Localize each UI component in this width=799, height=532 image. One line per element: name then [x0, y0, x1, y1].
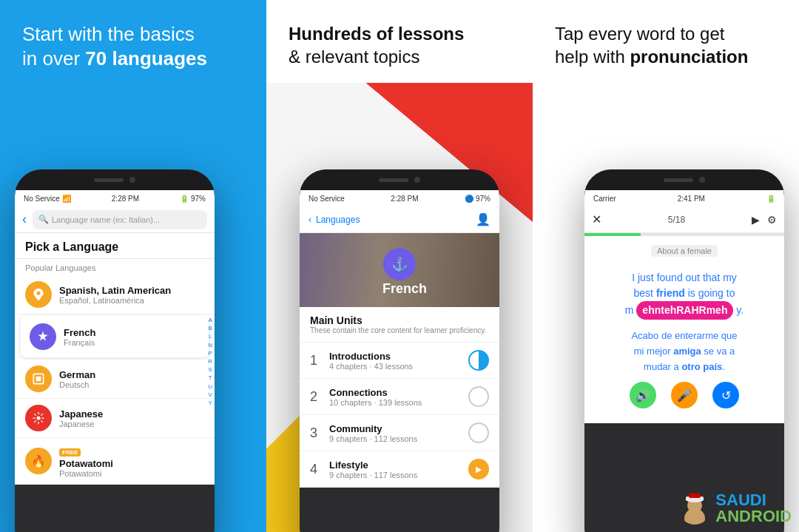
status-time-2: 2:28 PM: [391, 195, 418, 203]
alpha-index: A B L N P R S T U V Y: [208, 316, 212, 407]
status-bar-3: Carrier 2:41 PM 🔋: [584, 190, 784, 206]
lang-text-potawatomi: FREE Potawatomi Potawatomi: [59, 444, 113, 478]
svg-point-2: [37, 417, 41, 420]
phone-mockup-1: No Service 📶 2:28 PM 🔋 97% ‹ 🔍 Language …: [15, 169, 215, 532]
phone2-nav: ‹ Languages 👤: [300, 206, 499, 233]
screen-content-1: Pick a Language Popular Languages Spanis…: [15, 233, 215, 485]
status-bar-1: No Service 📶 2:28 PM 🔋 97%: [15, 190, 215, 206]
lesson-1-progress: [468, 350, 489, 371]
watermark-logo: [678, 492, 711, 525]
phone-mockup-3: Carrier 2:41 PM 🔋 ✕ 5/18 ▶ ⚙ About a f: [584, 169, 784, 532]
settings-icon[interactable]: ⚙: [767, 214, 777, 226]
lesson-item-3[interactable]: 3 Community 9 chapters · 112 lessons: [300, 415, 499, 451]
lesson-2-progress: [468, 386, 489, 407]
lesson-item-1[interactable]: 1 Introductions 4 chapters · 43 lessons: [300, 343, 499, 379]
watermark-text: SAUDI ANDROID: [715, 492, 792, 525]
french-language-icon: ⚓: [383, 248, 416, 280]
context-label: About a female: [651, 245, 718, 257]
panel-3: Tap every word to get help with pronunci…: [533, 0, 799, 532]
lang-item-japanese[interactable]: Japanese Japanese: [15, 399, 215, 438]
lang-item-french[interactable]: French Français: [21, 316, 209, 358]
play-icon[interactable]: ▶: [752, 214, 760, 226]
panel3-headline: Tap every word to get help with pronunci…: [533, 0, 799, 83]
lang-item-spanish[interactable]: Spanish, Latin American Español, Latinoa…: [15, 275, 215, 314]
lang-icon-german: [25, 366, 52, 392]
profile-icon[interactable]: 👤: [476, 212, 490, 226]
status-bar-2: No Service 2:28 PM 🔵 97%: [300, 190, 499, 206]
status-time-3: 2:41 PM: [678, 195, 705, 203]
lang-text-japanese: Japanese Japanese: [59, 408, 103, 428]
lang-icon-japanese: [25, 405, 52, 431]
pick-language-title: Pick a Language: [15, 233, 215, 259]
lang-icon-potawatomi: 🔥: [25, 448, 52, 474]
search-input[interactable]: 🔍 Language name (ex: Italian)...: [33, 210, 207, 229]
lesson-item-2[interactable]: 2 Connections 10 chapters · 139 lessons: [300, 379, 499, 415]
lesson-item-4[interactable]: 4 Lifestyle 9 chapters · 117 lessons ▶: [300, 451, 499, 488]
popular-languages-label: Popular Languages: [15, 259, 215, 275]
status-left-1: No Service 📶: [24, 195, 71, 203]
lang-icon-spanish: [25, 281, 52, 308]
phone3-nav: ✕ 5/18 ▶ ⚙: [584, 206, 784, 233]
sentence-area: About a female I just found out that my …: [584, 236, 784, 423]
lesson-3-progress: [468, 422, 489, 443]
panel-2: Hundreds of lessons & relevant topics No…: [266, 0, 533, 532]
panel-1: Start with the basics in over 70 languag…: [0, 0, 266, 532]
svg-rect-1: [36, 377, 41, 382]
lang-item-german[interactable]: German Deutsch: [15, 360, 215, 399]
panel1-headline: Start with the basics in over 70 languag…: [0, 0, 266, 85]
phone-mockup-2: No Service 2:28 PM 🔵 97% ‹ Languages 👤: [300, 169, 499, 532]
lesson-4-play-button[interactable]: ▶: [468, 459, 489, 479]
panel2-headline: Hundreds of lessons & relevant topics: [266, 0, 533, 83]
units-section: Main Units These contain the core conten…: [300, 307, 499, 343]
lang-text-spanish: Spanish, Latin American Español, Latinoa…: [59, 285, 171, 305]
status-right-1: 🔋 97%: [180, 195, 206, 203]
nav-bar-1: ‹ 🔍 Language name (ex: Italian)...: [15, 206, 215, 233]
audio-record-button[interactable]: 🎤: [671, 382, 698, 408]
lang-item-potawatomi[interactable]: 🔥 FREE Potawatomi Potawatomi: [15, 438, 215, 485]
pronunciation-highlight[interactable]: ehntehRAHRmeh: [636, 301, 733, 320]
french-hero-image: ⚓ French: [300, 233, 499, 307]
units-subtitle: These contain the core content for learn…: [310, 326, 489, 334]
audio-play-button[interactable]: 🔊: [630, 382, 656, 408]
units-title: Main Units: [310, 314, 489, 326]
audio-replay-button[interactable]: ↺: [712, 382, 739, 408]
lang-text-german: German Deutsch: [59, 369, 95, 389]
sentence-spanish: Acabo de enterarme que mi mejor amiga se…: [593, 329, 775, 374]
progress-counter: 5/18: [668, 215, 685, 225]
watermark: SAUDI ANDROID: [678, 492, 792, 525]
svg-rect-8: [689, 494, 701, 498]
lang-icon-french: [30, 323, 56, 350]
sentence-english: I just found out that my best friend is …: [593, 270, 775, 320]
lang-text-french: French Français: [64, 327, 95, 347]
close-button[interactable]: ✕: [592, 212, 601, 226]
audio-controls: 🔊 🎤 ↺: [593, 374, 775, 416]
phone2-nav-left[interactable]: ‹ Languages: [309, 215, 360, 225]
french-label: French: [310, 281, 499, 297]
back-button[interactable]: ‹: [22, 212, 27, 227]
status-time-1: 2:28 PM: [112, 195, 139, 203]
